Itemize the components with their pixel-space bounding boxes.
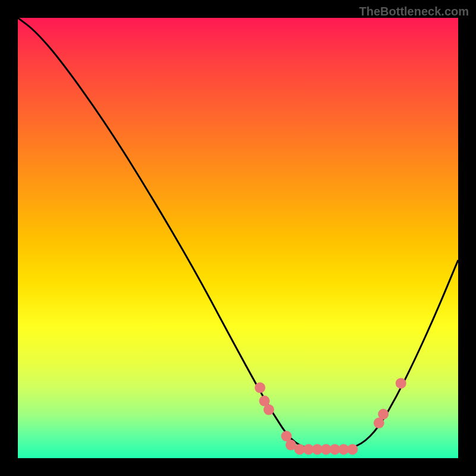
data-points-group [255,378,406,455]
chart-svg [18,18,458,458]
data-point [378,409,389,419]
watermark-text: TheBottleneck.com [359,5,469,18]
data-point [264,405,274,415]
chart-container [18,18,458,458]
data-point [396,378,406,389]
bottleneck-curve [18,18,458,449]
data-point [347,444,358,455]
data-point [255,383,265,393]
